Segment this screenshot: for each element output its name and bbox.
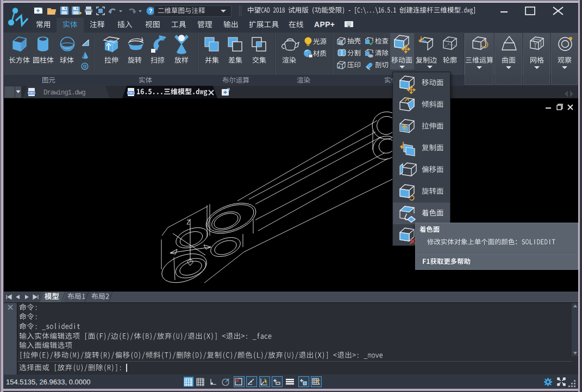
svg-text:?: ?: [149, 8, 153, 14]
svg-text:DWG: DWG: [28, 91, 35, 94]
svg-text:DWG: DWG: [127, 91, 134, 94]
